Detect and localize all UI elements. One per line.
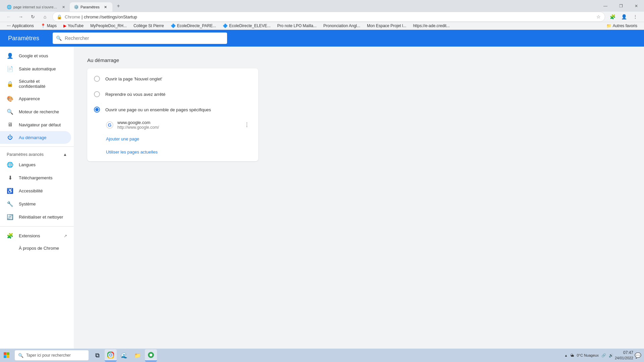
- bookmark-applications[interactable]: ⋯ Applications: [4, 22, 37, 29]
- bookmark-ecoledirecte-eleve[interactable]: 🔷 EcoleDirecte_ELEVE...: [220, 22, 273, 29]
- chrome-icon: [107, 352, 114, 358]
- collapse-icon[interactable]: ▲: [63, 152, 67, 157]
- settings-sidebar: 👤 Google et vous 📄 Saisie automatique 🔒 …: [0, 47, 74, 359]
- bookmark-espace-projet[interactable]: Mon Espace Projet l...: [364, 22, 409, 29]
- sidebar-label-accessibility: Accessibilité: [19, 188, 43, 193]
- advanced-section-title: Paramètres avancés ▲: [0, 149, 74, 158]
- ecoledirecte-pare-icon: 🔷: [171, 23, 176, 28]
- svg-point-7: [110, 354, 112, 356]
- task-view-button[interactable]: ⧉: [91, 349, 103, 361]
- sidebar-item-extensions[interactable]: 🧩 Extensions ↗: [0, 229, 74, 242]
- bookmark-college[interactable]: Collège St Pierre: [131, 22, 167, 29]
- expand-tray-icon[interactable]: ▲: [564, 354, 568, 357]
- settings-search-input[interactable]: [53, 33, 227, 44]
- bookmark-maps[interactable]: 📍 Maps: [38, 22, 59, 29]
- default-browser-icon: 🖥: [7, 122, 13, 128]
- tab-close-active[interactable]: ✕: [103, 4, 108, 10]
- address-bar[interactable]: 🔒 Chrome | chrome://settings/onStartup ☆: [52, 12, 605, 22]
- startup-options-card: Ouvrir la page 'Nouvel onglet' Reprendre…: [87, 68, 258, 161]
- user-icon: 👤: [7, 53, 13, 59]
- main-content: Au démarrage Ouvrir la page 'Nouvel ongl…: [74, 47, 644, 359]
- window-controls: — ❐ ✕: [598, 0, 644, 12]
- forward-button[interactable]: →: [16, 12, 25, 21]
- sidebar-label-reset: Réinitialiser et nettoyer: [19, 215, 63, 220]
- radio-circle-continue: [94, 91, 100, 97]
- address-separator: |: [82, 14, 84, 19]
- edge-taskbar-icon[interactable]: 🌊: [118, 349, 130, 361]
- bookmark-label: Mon Espace Projet l...: [367, 23, 406, 28]
- bookmark-ecoledirecte-pare[interactable]: 🔷 EcoleDirecte_PARE...: [168, 22, 219, 29]
- close-button[interactable]: ✕: [629, 0, 644, 12]
- extensions-button[interactable]: 🧩: [608, 12, 617, 21]
- taskbar-clock[interactable]: 07:47 24/01/2022: [615, 350, 633, 361]
- maximize-button[interactable]: ❐: [613, 0, 629, 12]
- google-favicon: G: [106, 121, 113, 129]
- sidebar-item-appearance[interactable]: 🎨 Apparence: [0, 92, 71, 105]
- sidebar-item-browser[interactable]: 🖥 Navigateur par défaut: [0, 118, 71, 131]
- profile-button[interactable]: 👤: [619, 12, 629, 21]
- chrome2-icon: [148, 352, 154, 358]
- nav-bar: ← → ↻ ⌂ 🔒 Chrome | chrome://settings/onS…: [0, 12, 644, 22]
- settings-page-title: Paramètres: [8, 35, 39, 42]
- page-info: www.google.com http://www.google.com/: [117, 120, 238, 130]
- bookmark-label: Applications: [12, 23, 34, 28]
- bookmark-autres-favoris[interactable]: 📁 Autres favoris: [604, 22, 640, 29]
- bookmark-ade[interactable]: https://e-ade.credit...: [410, 22, 452, 29]
- bookmark-mypeopledoc[interactable]: MyPeopleDoc_RH...: [88, 22, 129, 29]
- sidebar-label-autofill: Saisie automatique: [19, 66, 56, 71]
- sidebar-item-security[interactable]: 🔒 Sécurité et confidentialité: [0, 75, 71, 92]
- windows-logo-icon: [4, 352, 10, 358]
- home-button[interactable]: ⌂: [40, 12, 50, 21]
- bookmark-star-icon[interactable]: ☆: [596, 14, 601, 19]
- back-button[interactable]: ←: [4, 12, 13, 21]
- bookmark-pronote[interactable]: Pro note LPO Mailla...: [275, 22, 319, 29]
- sidebar-item-languages[interactable]: 🌐 Langues: [0, 158, 71, 171]
- bookmark-label: EcoleDirecte_PARE...: [177, 23, 216, 28]
- taskbar-search-box[interactable]: 🔍 Taper ici pour rechercher: [15, 350, 89, 360]
- sidebar-label-system: Système: [19, 201, 36, 206]
- sidebar-item-search[interactable]: 🔍 Moteur de recherche: [0, 105, 71, 118]
- chrome-taskbar-icon[interactable]: [105, 349, 117, 361]
- sidebar-item-about[interactable]: À propos de Chrome: [0, 242, 74, 254]
- bookmark-youtube[interactable]: ▶ YouTube: [61, 22, 86, 29]
- startup-section-title: Au démarrage: [87, 57, 631, 63]
- advanced-section-label: Paramètres avancés: [7, 152, 44, 157]
- reload-button[interactable]: ↻: [28, 12, 38, 21]
- sidebar-item-reset[interactable]: 🔄 Réinitialiser et nettoyer: [0, 210, 71, 224]
- add-page-link[interactable]: Ajouter une page: [87, 132, 258, 145]
- explorer-taskbar-icon[interactable]: 📁: [131, 349, 144, 361]
- sidebar-item-system[interactable]: 🔧 Système: [0, 197, 71, 210]
- radio-label-continue: Reprendre où vous avez arrêté: [105, 92, 165, 97]
- taskbar: 🔍 Taper ici pour rechercher ⧉ 🌊 📁: [0, 349, 644, 362]
- tab-active[interactable]: ⚙️ Paramètres ✕: [70, 2, 112, 12]
- use-current-pages-link[interactable]: Utiliser les pages actuelles: [87, 145, 258, 159]
- address-text: Chrome | chrome://settings/onStartup: [65, 14, 594, 19]
- sidebar-label-downloads: Téléchargements: [19, 175, 52, 180]
- sidebar-item-google[interactable]: 👤 Google et vous: [0, 49, 71, 62]
- start-button[interactable]: [0, 349, 13, 362]
- radio-circle-new-tab: [94, 76, 100, 82]
- startup-page-entry: G www.google.com http://www.google.com/ …: [87, 117, 258, 132]
- minimize-button[interactable]: —: [598, 0, 613, 12]
- notification-icon[interactable]: 💬: [635, 352, 641, 359]
- radio-option-continue[interactable]: Reprendre où vous avez arrêté: [87, 86, 258, 102]
- radio-option-specific[interactable]: Ouvrir une page ou un ensemble de pages …: [87, 102, 258, 117]
- sidebar-item-startup[interactable]: ⏻ Au démarrage: [0, 131, 71, 144]
- search-icon: 🔍: [56, 36, 62, 41]
- network-icon: 🔗: [601, 353, 606, 358]
- tab-inactive[interactable]: 🌐 page internet sui s'ouvre en plus ✕: [3, 2, 70, 12]
- menu-button[interactable]: ⋮: [631, 12, 640, 21]
- sidebar-item-accessibility[interactable]: ♿ Accessibilité: [0, 184, 71, 197]
- tab-close-inactive[interactable]: ✕: [61, 4, 66, 10]
- taskbar-icons: ⧉ 🌊 📁: [91, 349, 157, 361]
- bookmark-prononciation[interactable]: Prononciation Angl...: [321, 22, 363, 29]
- radio-option-new-tab[interactable]: Ouvrir la page 'Nouvel onglet': [87, 71, 258, 86]
- sidebar-label-search: Moteur de recherche: [19, 109, 59, 114]
- new-tab-button[interactable]: +: [114, 1, 123, 11]
- sidebar-label-appearance: Apparence: [19, 96, 40, 101]
- clock-date: 24/01/2022: [615, 356, 633, 361]
- more-options-button[interactable]: ⋮: [242, 120, 252, 130]
- sidebar-item-downloads[interactable]: ⬇ Téléchargements: [0, 171, 71, 184]
- chrome2-taskbar-icon[interactable]: [145, 349, 157, 361]
- sidebar-item-autofill[interactable]: 📄 Saisie automatique: [0, 62, 71, 75]
